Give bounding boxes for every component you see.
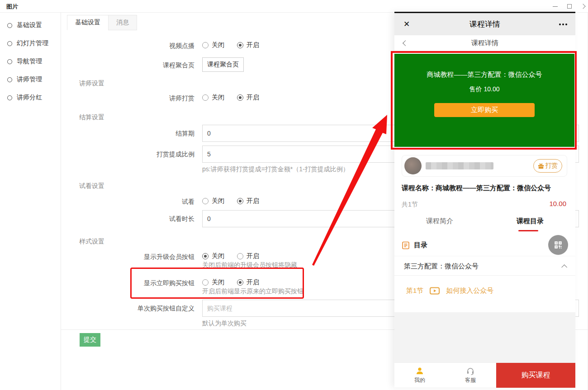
catalog-header: 目录 xyxy=(402,241,427,249)
phone-frame-top xyxy=(394,12,575,13)
sidebar-item-navigation[interactable]: 导航管理 xyxy=(0,52,61,70)
video-on-demand-label: 视频点播 xyxy=(67,42,194,50)
radio-on[interactable] xyxy=(237,253,243,259)
course-name-text: 课程名称：商城教程——第三方配置：微信公众号 xyxy=(402,184,569,193)
bottom-nav-service[interactable]: 客服 xyxy=(445,363,496,387)
radio-on[interactable] xyxy=(237,198,243,204)
sidebar-item-label: 幻灯片管理 xyxy=(17,39,48,47)
upgrade-button-help: 关闭后前端的升级会员按钮将隐藏 xyxy=(202,261,297,269)
trial-label: 试看 xyxy=(67,198,194,206)
course-hero-banner: 商城教程——第三方配置：微信公众号 售价 10.00 立即购买 xyxy=(394,54,574,147)
radio-on-label: 开启 xyxy=(247,94,259,102)
sidebar-item-label: 导航管理 xyxy=(17,57,42,66)
chapter-name: 第三方配置：微信公众号 xyxy=(404,262,479,271)
catalog-title: 目录 xyxy=(414,241,427,249)
aggregate-page-button[interactable]: 课程聚合页 xyxy=(202,57,244,72)
sidebar-item-basic-settings[interactable]: 基础设置 xyxy=(0,16,61,34)
settle-period-label: 结算期 xyxy=(67,130,194,138)
window-title: 图片 xyxy=(6,3,18,11)
commission-help: ps:讲师获得打赏提成=打赏金额*（1-打赏提成比例） xyxy=(202,165,349,174)
sidebar-item-lecturer-dividend[interactable]: 讲师分红 xyxy=(0,89,61,107)
radio-on-label: 开启 xyxy=(247,197,259,205)
teacher-reward-label: 讲师打赏 xyxy=(67,94,194,103)
person-icon xyxy=(415,367,424,376)
bottom-nav-mine[interactable]: 我的 xyxy=(394,363,445,387)
minimize-icon xyxy=(553,6,558,7)
lesson-number: 第1节 xyxy=(406,287,423,295)
trial-section-heading: 试看设置 xyxy=(79,182,104,190)
buy-now-button[interactable]: 立即购买 xyxy=(434,103,535,117)
author-card: 打赏 xyxy=(402,155,567,177)
aggregate-page-label: 课程聚合页 xyxy=(67,61,194,70)
radio-on[interactable] xyxy=(237,42,243,48)
submit-button[interactable]: 提交 xyxy=(80,333,100,347)
video-on-demand-radios: 关闭 开启 xyxy=(202,41,259,49)
circle-icon xyxy=(7,59,12,64)
sidebar-item-label: 讲师分红 xyxy=(17,94,42,102)
radio-off[interactable] xyxy=(202,198,209,204)
author-name-blurred xyxy=(426,162,493,169)
buy-now-button-radios: 关闭 开启 xyxy=(202,278,259,287)
radio-on-label: 开启 xyxy=(247,252,259,260)
radio-off-label: 关闭 xyxy=(212,41,224,49)
sidebar-item-lecturer-manage[interactable]: 讲师管理 xyxy=(0,70,61,89)
hero-price-line: 售价 10.00 xyxy=(394,85,574,94)
course-price: 10.00 xyxy=(549,200,566,207)
video-play-icon xyxy=(430,287,440,295)
phone-bottom-bar: 我的 客服 购买课程 xyxy=(394,362,575,387)
trial-length-label: 试看时长 xyxy=(67,215,194,223)
circle-icon xyxy=(7,41,12,46)
radio-off-label: 关闭 xyxy=(212,252,224,260)
tab-course-catalog[interactable]: 课程目录 xyxy=(485,217,575,226)
trial-radios: 关闭 开启 xyxy=(202,197,259,205)
lesson-row[interactable]: 第1节 如何接入公众号 xyxy=(406,287,493,295)
upgrade-button-label: 显示升级会员按钮 xyxy=(67,253,194,261)
wechat-titlebar: ✕ 课程详情 xyxy=(394,13,575,35)
sidebar-item-label: 基础设置 xyxy=(17,21,42,29)
app-window: 图片 基础设置 幻灯片管理 导航管理 讲师管理 讲师分红 基础设置 xyxy=(0,0,588,390)
radio-off[interactable] xyxy=(202,279,209,286)
maximize-button[interactable] xyxy=(563,0,576,13)
settle-section-heading: 结算设置 xyxy=(79,113,104,122)
purchase-course-button[interactable]: 购买课程 xyxy=(496,363,575,388)
radio-off[interactable] xyxy=(202,94,209,101)
minimize-button[interactable] xyxy=(548,0,562,13)
close-button[interactable] xyxy=(576,0,588,13)
bottom-nav-label: 我的 xyxy=(414,376,425,384)
teacher-reward-radios: 关闭 开启 xyxy=(202,94,259,102)
circle-icon xyxy=(7,23,12,28)
commission-label: 打赏提成比例 xyxy=(67,150,194,159)
gift-icon xyxy=(538,163,544,169)
lesson-title: 如何接入公众号 xyxy=(446,287,493,295)
maximize-icon xyxy=(567,4,572,9)
close-icon xyxy=(580,4,585,9)
radio-on[interactable] xyxy=(237,94,243,101)
phone-tabbar: 课程简介 课程目录 xyxy=(394,217,575,226)
sidebar-item-slides[interactable]: 幻灯片管理 xyxy=(0,34,61,52)
radio-off[interactable] xyxy=(202,253,209,259)
sidebar-item-label: 讲师管理 xyxy=(17,75,42,84)
radio-off-label: 关闭 xyxy=(212,94,224,102)
buy-now-button-label: 显示立即购买按钮 xyxy=(67,279,194,287)
circle-icon xyxy=(7,77,12,82)
wechat-close-icon[interactable]: ✕ xyxy=(403,19,410,29)
custom-buy-label: 单次购买按钮自定义 xyxy=(67,305,194,313)
radio-off[interactable] xyxy=(202,42,209,48)
tab-message[interactable]: 消息 xyxy=(108,15,137,30)
tab-course-intro[interactable]: 课程简介 xyxy=(394,217,485,226)
active-tab-underline xyxy=(518,230,538,231)
phone-nav-title: 课程详情 xyxy=(394,39,575,47)
tab-basic-settings[interactable]: 基础设置 xyxy=(67,15,109,30)
radio-off-label: 关闭 xyxy=(212,197,224,205)
radio-on[interactable] xyxy=(237,279,243,286)
teacher-section-heading: 讲师设置 xyxy=(79,80,104,88)
chapter-row[interactable]: 第三方配置：微信公众号 xyxy=(394,258,575,276)
catalog-divider xyxy=(394,256,575,256)
reward-button[interactable]: 打赏 xyxy=(533,159,562,173)
wechat-more-icon[interactable] xyxy=(559,23,567,25)
bottom-nav-label: 客服 xyxy=(465,376,476,384)
qr-code-icon xyxy=(553,240,563,250)
upgrade-button-radios: 关闭 开启 xyxy=(202,252,259,260)
radio-off-label: 关闭 xyxy=(212,278,224,287)
qr-code-button[interactable] xyxy=(548,235,568,255)
